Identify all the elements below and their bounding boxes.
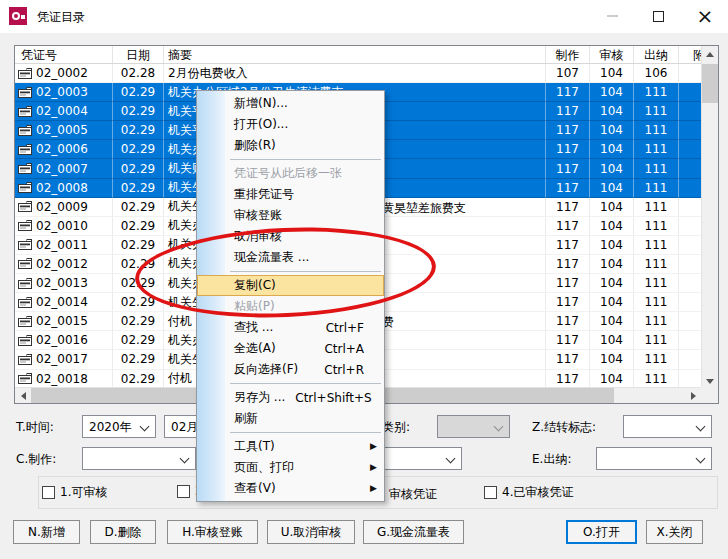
column-header-maker[interactable]: 制作 xyxy=(546,46,590,63)
menu-item-cashflow[interactable]: 现金流量表 ... xyxy=(197,247,384,268)
voucher-maker: 117 xyxy=(546,331,590,350)
menu-separator xyxy=(230,159,381,160)
open-button[interactable]: O.打开 xyxy=(566,520,637,544)
voucher-cashier: 111 xyxy=(634,255,679,274)
checkbox-audited[interactable]: 4.已审核凭证 xyxy=(484,484,573,501)
menu-item-paste[interactable]: 粘贴(P) xyxy=(197,296,384,317)
cashier-select[interactable] xyxy=(596,447,712,470)
voucher-number: 02_0014 xyxy=(36,295,88,309)
voucher-date: 02.29 xyxy=(113,274,164,293)
chevron-down-icon xyxy=(446,454,456,464)
menu-item-refresh[interactable]: 刷新 xyxy=(197,408,384,429)
scroll-left-arrow[interactable] xyxy=(15,388,31,403)
checkbox-box xyxy=(42,486,55,499)
menu-item-label: 查找 ... xyxy=(234,319,273,336)
voucher-number: 02_0013 xyxy=(36,276,88,290)
menu-item-select-all[interactable]: 全选(A) Ctrl+A xyxy=(197,338,384,359)
voucher-maker: 117 xyxy=(546,370,590,388)
column-header-voucher-no[interactable]: 凭证号 xyxy=(15,46,113,63)
voucher-audit: 104 xyxy=(590,331,634,350)
cashflow-button[interactable]: G.现金流量表 xyxy=(363,520,464,544)
minimize-button[interactable] xyxy=(592,0,632,32)
voucher-number: 02_0002 xyxy=(36,66,88,80)
column-header-attachment[interactable]: 附 xyxy=(679,46,701,63)
chevron-down-icon xyxy=(494,422,504,432)
menu-item-view[interactable]: 查看(V) ▶ xyxy=(197,478,384,499)
audit-post-button[interactable]: H.审核登账 xyxy=(167,520,258,544)
voucher-number: 02_0008 xyxy=(36,181,88,195)
maker-select[interactable] xyxy=(82,447,196,470)
table-row[interactable]: 02_0002 02.28 2月份电费收入 107 104 106 xyxy=(15,64,701,83)
voucher-summary: 付机 xyxy=(168,370,192,387)
cancel-audit-button[interactable]: U.取消审核 xyxy=(267,520,355,544)
menu-item-renumber[interactable]: 重排凭证号 xyxy=(197,184,384,205)
close-button[interactable]: × xyxy=(685,0,725,32)
titlebar: 凭证目录 × xyxy=(0,0,728,33)
menu-item-shortcut: Ctrl+R xyxy=(314,363,364,377)
menu-item-label: 粘贴(P) xyxy=(234,298,275,315)
voucher-attachment xyxy=(679,293,701,312)
delete-button[interactable]: D.删除 xyxy=(90,520,156,544)
menu-item-open[interactable]: 打开(O)... xyxy=(197,114,384,135)
submenu-arrow-icon: ▶ xyxy=(370,441,377,451)
voucher-summary-continued: 黄昊堃差旅费支 xyxy=(382,200,466,217)
voucher-audit: 104 xyxy=(590,236,634,255)
maximize-button[interactable] xyxy=(638,0,678,32)
voucher-cashier: 111 xyxy=(634,350,679,369)
voucher-attachment xyxy=(679,236,701,255)
menu-item-delete[interactable]: 删除(R) xyxy=(197,135,384,156)
voucher-maker: 117 xyxy=(546,140,590,159)
menu-item-label: 全选(A) xyxy=(234,340,276,357)
voucher-audit: 104 xyxy=(590,293,634,312)
close-dialog-button[interactable]: X.关闭 xyxy=(646,520,703,544)
menu-item-audit-post[interactable]: 审核登账 xyxy=(197,205,384,226)
voucher-date: 02.29 xyxy=(113,179,164,198)
voucher-audit: 104 xyxy=(590,198,634,217)
new-button[interactable]: N.新增 xyxy=(13,520,80,544)
menu-item-copy[interactable]: 复制(C) xyxy=(197,275,384,296)
voucher-attachment xyxy=(679,179,701,198)
voucher-cashier: 111 xyxy=(634,370,679,388)
menu-item-cancel-audit[interactable]: 取消审核 xyxy=(197,226,384,247)
menu-item-invert-selection[interactable]: 反向选择(F) Ctrl+R xyxy=(197,359,384,380)
menu-item-label: 另存为 ... xyxy=(234,389,285,406)
voucher-date: 02.29 xyxy=(113,217,164,236)
column-header-summary[interactable]: 摘要 xyxy=(164,46,546,63)
menu-item-find[interactable]: 查找 ... Ctrl+F xyxy=(197,317,384,338)
menu-item-new[interactable]: 新增(N)... xyxy=(197,93,384,114)
voucher-cashier: 111 xyxy=(634,83,679,102)
voucher-attachment xyxy=(679,370,701,388)
menu-item-shift-voucher[interactable]: 凭证号从此后移一张 xyxy=(197,163,384,184)
menu-item-tools[interactable]: 工具(T) ▶ xyxy=(197,436,384,457)
menu-item-label: 凭证号从此后移一张 xyxy=(234,165,342,182)
column-header-audit[interactable]: 审核 xyxy=(590,46,634,63)
checkbox-can-audit[interactable]: 1.可审核 xyxy=(42,484,107,501)
vertical-scrollbar[interactable] xyxy=(701,46,718,389)
voucher-directory-window: 凭证目录 × 凭证号 日期 摘要 制作 审核 出纳 附 02_0002 02.2… xyxy=(0,0,728,559)
voucher-maker: 117 xyxy=(546,274,590,293)
menu-item-shortcut: Ctrl+A xyxy=(314,342,364,356)
scroll-right-arrow[interactable] xyxy=(685,388,701,403)
voucher-maker: 117 xyxy=(546,255,590,274)
voucher-date: 02.29 xyxy=(113,236,164,255)
context-menu-items: 新增(N)... 打开(O)... 删除(R) 凭证号从此后移一张 重排凭证号 … xyxy=(197,93,384,499)
voucher-number: 02_0016 xyxy=(36,333,88,347)
menu-item-page-print[interactable]: 页面、打印 ▶ xyxy=(197,457,384,478)
vertical-scrollbar-thumb[interactable] xyxy=(702,64,718,103)
voucher-maker: 117 xyxy=(546,159,590,178)
voucher-audit: 104 xyxy=(590,140,634,159)
menu-item-save-as[interactable]: 另存为 ... Ctrl+Shift+S xyxy=(197,387,384,408)
year-select[interactable]: 2020年 xyxy=(82,415,156,438)
scroll-up-arrow[interactable] xyxy=(702,46,718,62)
voucher-cashier: 106 xyxy=(634,64,679,83)
voucher-date: 02.29 xyxy=(113,370,164,388)
voucher-icon xyxy=(18,87,33,98)
carryover-select[interactable] xyxy=(623,415,712,438)
voucher-attachment xyxy=(679,140,701,159)
voucher-icon xyxy=(18,278,33,289)
column-header-date[interactable]: 日期 xyxy=(113,46,164,63)
category-select[interactable] xyxy=(437,415,510,438)
menu-item-label: 打开(O)... xyxy=(234,116,288,133)
voucher-icon xyxy=(18,220,33,231)
column-header-cashier[interactable]: 出纳 xyxy=(634,46,679,63)
